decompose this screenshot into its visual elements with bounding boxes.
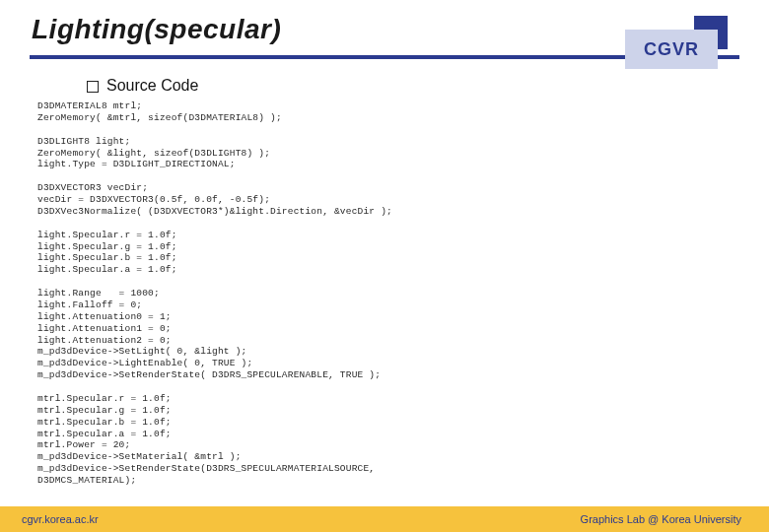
source-code-block: D3DMATERIAL8 mtrl; ZeroMemory( &mtrl, si… <box>37 100 732 487</box>
badge-text: CGVR <box>644 39 699 60</box>
badge-box: CGVR <box>625 30 718 69</box>
section-heading: Source Code <box>106 77 769 95</box>
footer-url: cgvr.korea.ac.kr <box>22 513 99 525</box>
footer-credit: Graphics Lab @ Korea University <box>581 513 741 525</box>
footer-bar: cgvr.korea.ac.kr Graphics Lab @ Korea Un… <box>0 506 769 532</box>
lab-badge: CGVR <box>625 16 728 69</box>
